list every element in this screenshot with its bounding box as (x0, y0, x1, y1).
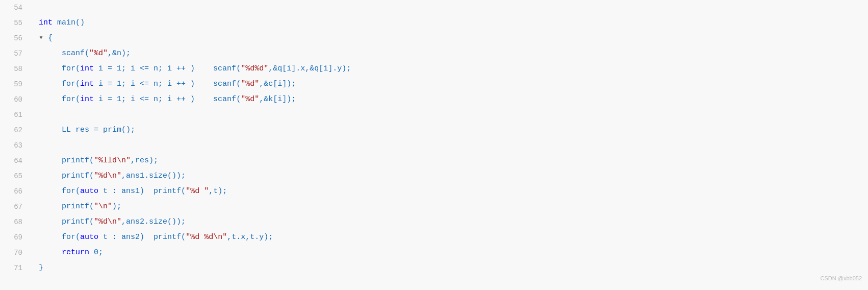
line-num-59: 59 (4, 77, 22, 92)
line-num-70: 70 (4, 245, 22, 260)
line-num-54: 54 (4, 0, 22, 15)
watermark-label: CSDN @xbb052 (821, 271, 862, 286)
code-line-59: for(int i = 1; i <= n; i ++ ) scanf("%d"… (39, 77, 868, 92)
line-number-gutter: 54 55 56 57 58 59 60 61 62 63 64 65 66 6… (0, 0, 29, 290)
code-line-61 (39, 107, 868, 123)
code-line-56: ▾ { (39, 31, 868, 46)
line-num-67: 67 (4, 199, 22, 214)
code-line-69: for(auto t : ans2) printf("%d %d\n",t.x,… (39, 230, 868, 245)
code-line-58: for(int i = 1; i <= n; i ++ ) scanf("%d%… (39, 61, 868, 77)
line-num-68: 68 (4, 214, 22, 230)
line-num-65: 65 (4, 168, 22, 184)
code-body: int main() ▾ { scanf("%d",&n); for(int i… (29, 0, 868, 290)
line-num-63: 63 (4, 138, 22, 153)
line-num-58: 58 (4, 61, 22, 77)
code-line-63 (39, 138, 868, 153)
line-num-71: 71 (4, 260, 22, 276)
code-line-60: for(int i = 1; i <= n; i ++ ) scanf("%d"… (39, 92, 868, 107)
code-line-70: return 0; (39, 245, 868, 260)
line-num-69: 69 (4, 230, 22, 245)
line-num-61: 61 (4, 107, 22, 123)
code-line-54 (39, 0, 868, 15)
code-line-62: LL res = prim(); (39, 123, 868, 138)
line-num-62: 62 (4, 123, 22, 138)
line-num-56: 56 (4, 31, 22, 46)
line-num-60: 60 (4, 92, 22, 107)
code-line-67: printf("\n"); (39, 199, 868, 214)
code-line-55: int main() (39, 15, 868, 31)
code-line-65: printf("%d\n",ans1.size()); (39, 168, 868, 184)
line-num-64: 64 (4, 153, 22, 168)
line-num-55: 55 (4, 15, 22, 31)
code-line-64: printf("%lld\n",res); (39, 153, 868, 168)
code-line-68: printf("%d\n",ans2.size()); (39, 214, 868, 230)
code-editor: 54 55 56 57 58 59 60 61 62 63 64 65 66 6… (0, 0, 868, 290)
line-num-57: 57 (4, 46, 22, 61)
code-line-71: } (39, 260, 868, 276)
code-line-66: for(auto t : ans1) printf("%d ",t); (39, 184, 868, 199)
line-num-66: 66 (4, 184, 22, 199)
code-line-57: scanf("%d",&n); (39, 46, 868, 61)
